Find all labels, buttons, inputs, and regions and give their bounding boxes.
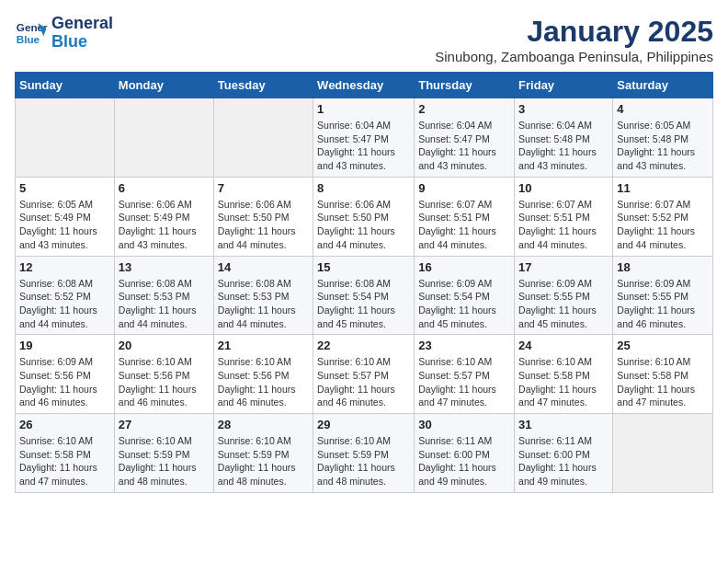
day-info: Sunrise: 6:04 AM Sunset: 5:47 PM Dayligh… — [418, 119, 510, 173]
day-number: 31 — [518, 418, 609, 431]
day-info: Sunrise: 6:08 AM Sunset: 5:54 PM Dayligh… — [317, 277, 410, 331]
calendar-title: January 2025 — [435, 15, 713, 49]
day-info: Sunrise: 6:05 AM Sunset: 5:49 PM Dayligh… — [19, 198, 110, 252]
calendar-cell: 7Sunrise: 6:06 AM Sunset: 5:50 PM Daylig… — [213, 177, 313, 256]
day-info: Sunrise: 6:08 AM Sunset: 5:53 PM Dayligh… — [218, 277, 309, 331]
calendar-cell: 15Sunrise: 6:08 AM Sunset: 5:54 PM Dayli… — [313, 256, 415, 335]
day-number: 8 — [317, 181, 410, 195]
calendar-cell: 12Sunrise: 6:08 AM Sunset: 5:52 PM Dayli… — [16, 256, 115, 335]
calendar-cell: 1Sunrise: 6:04 AM Sunset: 5:47 PM Daylig… — [313, 98, 415, 178]
day-info: Sunrise: 6:08 AM Sunset: 5:52 PM Dayligh… — [19, 277, 110, 331]
day-number: 13 — [119, 260, 210, 274]
calendar-cell: 3Sunrise: 6:04 AM Sunset: 5:48 PM Daylig… — [515, 98, 613, 178]
column-header-tuesday: Tuesday — [213, 73, 313, 98]
calendar-cell: 11Sunrise: 6:07 AM Sunset: 5:52 PM Dayli… — [613, 177, 713, 256]
calendar-cell: 23Sunrise: 6:10 AM Sunset: 5:57 PM Dayli… — [415, 335, 515, 414]
day-number: 30 — [418, 418, 510, 431]
day-info: Sunrise: 6:09 AM Sunset: 5:55 PM Dayligh… — [518, 277, 609, 331]
day-info: Sunrise: 6:10 AM Sunset: 5:58 PM Dayligh… — [518, 355, 609, 409]
calendar-cell: 22Sunrise: 6:10 AM Sunset: 5:57 PM Dayli… — [313, 335, 415, 414]
day-info: Sunrise: 6:06 AM Sunset: 5:49 PM Dayligh… — [119, 198, 210, 252]
day-number: 18 — [617, 260, 709, 274]
day-number: 25 — [617, 339, 709, 352]
week-row-1: 1Sunrise: 6:04 AM Sunset: 5:47 PM Daylig… — [16, 98, 713, 178]
column-header-monday: Monday — [114, 73, 213, 98]
week-row-2: 5Sunrise: 6:05 AM Sunset: 5:49 PM Daylig… — [16, 177, 713, 256]
day-number: 2 — [418, 102, 510, 116]
calendar-cell: 30Sunrise: 6:11 AM Sunset: 6:00 PM Dayli… — [415, 414, 515, 493]
day-info: Sunrise: 6:10 AM Sunset: 5:58 PM Dayligh… — [19, 434, 110, 488]
day-info: Sunrise: 6:04 AM Sunset: 5:48 PM Dayligh… — [518, 119, 609, 173]
day-info: Sunrise: 6:07 AM Sunset: 5:51 PM Dayligh… — [418, 198, 510, 252]
column-header-saturday: Saturday — [613, 73, 713, 98]
day-info: Sunrise: 6:10 AM Sunset: 5:57 PM Dayligh… — [418, 355, 510, 409]
day-info: Sunrise: 6:07 AM Sunset: 5:51 PM Dayligh… — [518, 198, 609, 252]
day-info: Sunrise: 6:10 AM Sunset: 5:56 PM Dayligh… — [218, 355, 309, 409]
calendar-cell: 24Sunrise: 6:10 AM Sunset: 5:58 PM Dayli… — [515, 335, 613, 414]
day-number: 23 — [418, 339, 510, 352]
calendar-table: SundayMondayTuesdayWednesdayThursdayFrid… — [15, 72, 713, 493]
day-number: 21 — [218, 339, 309, 352]
day-number: 10 — [518, 181, 609, 195]
calendar-cell: 9Sunrise: 6:07 AM Sunset: 5:51 PM Daylig… — [415, 177, 515, 256]
calendar-header: SundayMondayTuesdayWednesdayThursdayFrid… — [16, 73, 713, 98]
calendar-cell: 2Sunrise: 6:04 AM Sunset: 5:47 PM Daylig… — [415, 98, 515, 178]
day-number: 27 — [119, 418, 210, 431]
column-header-thursday: Thursday — [415, 73, 515, 98]
day-info: Sunrise: 6:11 AM Sunset: 6:00 PM Dayligh… — [418, 434, 510, 488]
calendar-cell: 25Sunrise: 6:10 AM Sunset: 5:58 PM Dayli… — [613, 335, 713, 414]
calendar-cell: 8Sunrise: 6:06 AM Sunset: 5:50 PM Daylig… — [313, 177, 415, 256]
day-number: 7 — [218, 181, 309, 195]
calendar-cell — [213, 98, 313, 178]
calendar-cell: 29Sunrise: 6:10 AM Sunset: 5:59 PM Dayli… — [313, 414, 415, 493]
day-info: Sunrise: 6:09 AM Sunset: 5:56 PM Dayligh… — [19, 355, 110, 409]
day-number: 26 — [19, 418, 110, 431]
calendar-cell — [613, 414, 713, 493]
logo: General Blue General Blue — [15, 15, 113, 52]
day-number: 22 — [317, 339, 410, 352]
day-number: 19 — [19, 339, 110, 352]
calendar-cell: 28Sunrise: 6:10 AM Sunset: 5:59 PM Dayli… — [213, 414, 313, 493]
week-row-4: 19Sunrise: 6:09 AM Sunset: 5:56 PM Dayli… — [16, 335, 713, 414]
calendar-cell: 17Sunrise: 6:09 AM Sunset: 5:55 PM Dayli… — [515, 256, 613, 335]
day-number: 15 — [317, 260, 410, 274]
calendar-cell — [114, 98, 213, 178]
calendar-cell: 27Sunrise: 6:10 AM Sunset: 5:59 PM Dayli… — [114, 414, 213, 493]
calendar-cell: 10Sunrise: 6:07 AM Sunset: 5:51 PM Dayli… — [515, 177, 613, 256]
calendar-cell: 31Sunrise: 6:11 AM Sunset: 6:00 PM Dayli… — [515, 414, 613, 493]
day-number: 29 — [317, 418, 410, 431]
day-number: 9 — [418, 181, 510, 195]
day-number: 4 — [617, 102, 709, 116]
day-info: Sunrise: 6:10 AM Sunset: 5:59 PM Dayligh… — [119, 434, 210, 488]
calendar-cell: 26Sunrise: 6:10 AM Sunset: 5:58 PM Dayli… — [16, 414, 115, 493]
calendar-cell: 21Sunrise: 6:10 AM Sunset: 5:56 PM Dayli… — [213, 335, 313, 414]
day-info: Sunrise: 6:10 AM Sunset: 5:59 PM Dayligh… — [317, 434, 410, 488]
column-header-sunday: Sunday — [16, 73, 115, 98]
week-row-5: 26Sunrise: 6:10 AM Sunset: 5:58 PM Dayli… — [16, 414, 713, 493]
svg-text:Blue: Blue — [17, 33, 40, 45]
day-number: 11 — [617, 181, 709, 195]
column-header-friday: Friday — [515, 73, 613, 98]
day-number: 28 — [218, 418, 309, 431]
day-number: 24 — [518, 339, 609, 352]
day-info: Sunrise: 6:10 AM Sunset: 5:59 PM Dayligh… — [218, 434, 309, 488]
calendar-cell: 14Sunrise: 6:08 AM Sunset: 5:53 PM Dayli… — [213, 256, 313, 335]
calendar-cell: 20Sunrise: 6:10 AM Sunset: 5:56 PM Dayli… — [114, 335, 213, 414]
calendar-cell: 4Sunrise: 6:05 AM Sunset: 5:48 PM Daylig… — [613, 98, 713, 178]
week-row-3: 12Sunrise: 6:08 AM Sunset: 5:52 PM Dayli… — [16, 256, 713, 335]
day-info: Sunrise: 6:10 AM Sunset: 5:57 PM Dayligh… — [317, 355, 410, 409]
day-info: Sunrise: 6:10 AM Sunset: 5:58 PM Dayligh… — [617, 355, 709, 409]
calendar-cell: 6Sunrise: 6:06 AM Sunset: 5:49 PM Daylig… — [114, 177, 213, 256]
day-number: 20 — [119, 339, 210, 352]
logo-text-general: General — [51, 15, 113, 33]
day-info: Sunrise: 6:05 AM Sunset: 5:48 PM Dayligh… — [617, 119, 709, 173]
day-info: Sunrise: 6:09 AM Sunset: 5:54 PM Dayligh… — [418, 277, 510, 331]
day-number: 3 — [518, 102, 609, 116]
calendar-subtitle: Sinubong, Zamboanga Peninsula, Philippin… — [435, 49, 713, 64]
day-number: 5 — [19, 181, 110, 195]
day-info: Sunrise: 6:08 AM Sunset: 5:53 PM Dayligh… — [119, 277, 210, 331]
page-header: General Blue General Blue January 2025 S… — [15, 15, 713, 64]
calendar-cell: 13Sunrise: 6:08 AM Sunset: 5:53 PM Dayli… — [114, 256, 213, 335]
day-number: 17 — [518, 260, 609, 274]
day-info: Sunrise: 6:10 AM Sunset: 5:56 PM Dayligh… — [119, 355, 210, 409]
